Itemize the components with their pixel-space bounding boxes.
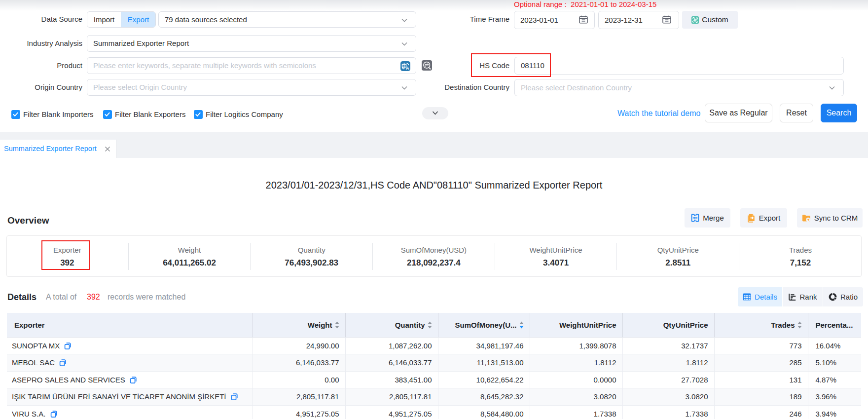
svg-text:A: A — [406, 65, 409, 71]
